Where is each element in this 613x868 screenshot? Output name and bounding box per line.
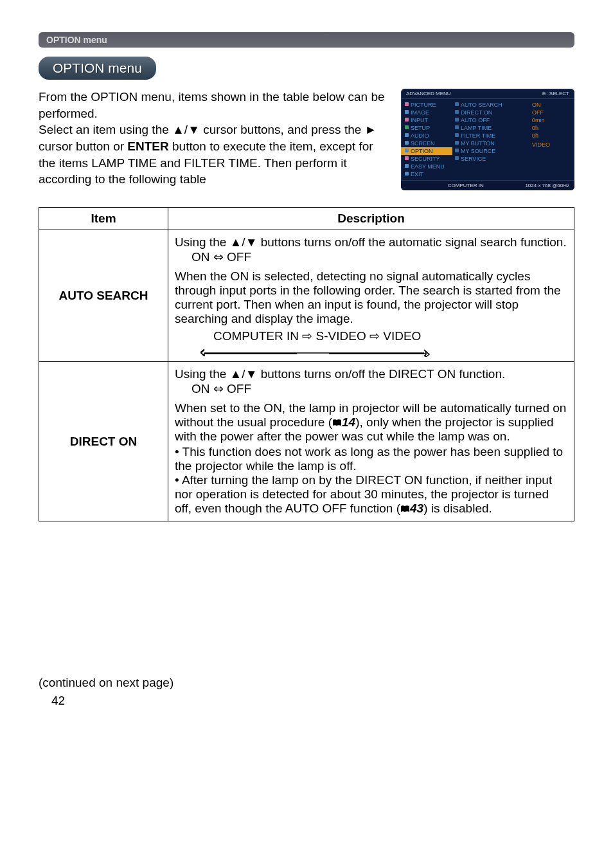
osd-mid-item: AUTO OFF xyxy=(452,116,529,124)
osd-left-item: INPUT xyxy=(401,116,452,124)
page-ref: 14 xyxy=(342,415,355,429)
osd-bottom-mid: COMPUTER IN xyxy=(448,183,484,188)
osd-right-val: 0min xyxy=(529,116,574,124)
osd-right-val: OFF xyxy=(529,109,574,116)
row-item-direct-on: DIRECT ON xyxy=(39,362,168,521)
osd-right-val: 0h xyxy=(529,132,574,140)
osd-left-item: SETUP xyxy=(401,124,452,132)
desc-toggle: ON ⇔ OFF xyxy=(191,381,567,396)
book-icon xyxy=(400,502,410,510)
osd-mid-item: FILTER TIME xyxy=(452,132,529,140)
osd-right-val: 0h xyxy=(529,124,574,132)
section-banner: OPTION menu xyxy=(39,32,574,48)
osd-left-item: SECURITY xyxy=(401,155,452,163)
osd-left-item-selected: OPTION xyxy=(401,147,452,155)
table-row: DIRECT ON Using the ▲/▼ buttons turns on… xyxy=(39,362,574,521)
desc-line: • After turning the lamp on by the DIREC… xyxy=(175,473,567,516)
osd-left-item: PICTURE xyxy=(401,101,452,109)
osd-mid-item: AUTO SEARCH xyxy=(452,101,529,109)
osd-right-val: ON xyxy=(529,101,574,109)
osd-mid-item: DIRECT ON xyxy=(452,109,529,116)
page-title: OPTION menu xyxy=(39,57,156,80)
page-number: 42 xyxy=(51,694,574,708)
osd-mid-item: SERVICE xyxy=(452,155,529,163)
osd-left-item: EXIT xyxy=(401,170,452,178)
cycle-arrow-icon xyxy=(200,346,567,356)
desc-text: ) is disabled. xyxy=(423,502,492,515)
page-ref: 43 xyxy=(410,502,423,515)
continued-note: (continued on next page) xyxy=(39,676,574,690)
book-icon xyxy=(332,416,342,424)
osd-screenshot: ADVANCED MENU ⊕: SELECT PICTURE IMAGE IN… xyxy=(401,89,574,190)
desc-line: Using the ▲/▼ buttons turns on/off the D… xyxy=(175,367,567,381)
row-desc-auto-search: Using the ▲/▼ buttons turns on/off the a… xyxy=(168,230,574,362)
osd-mid-item: LAMP TIME xyxy=(452,124,529,132)
osd-advanced-menu: ADVANCED MENU xyxy=(406,91,451,96)
osd-bottom-right: 1024 x 768 @60Hz xyxy=(525,183,569,188)
desc-toggle: ON ⇔ OFF xyxy=(191,249,567,264)
col-header-item: Item xyxy=(39,208,168,230)
osd-mid-item: MY BUTTON xyxy=(452,140,529,147)
osd-left-item: EASY MENU xyxy=(401,163,452,170)
osd-left-item: SCREEN xyxy=(401,140,452,147)
options-table: Item Description AUTO SEARCH Using the ▲… xyxy=(39,207,574,521)
row-item-auto-search: AUTO SEARCH xyxy=(39,230,168,362)
table-row: AUTO SEARCH Using the ▲/▼ buttons turns … xyxy=(39,230,574,362)
cycle-order: COMPUTER IN ⇨ S-VIDEO ⇨ VIDEO xyxy=(213,329,567,343)
desc-text: • After turning the lamp on by the DIREC… xyxy=(175,473,552,515)
row-desc-direct-on: Using the ▲/▼ buttons turns on/off the D… xyxy=(168,362,574,521)
desc-line: When set to the ON, the lamp in projecto… xyxy=(175,401,567,444)
osd-right-val xyxy=(529,149,574,150)
osd-left-item: AUDIO xyxy=(401,132,452,140)
intro-paragraph: From the OPTION menu, items shown in the… xyxy=(39,89,391,188)
desc-line: • This function does not work as long as… xyxy=(175,445,567,473)
osd-mid-item: MY SOURCE xyxy=(452,147,529,155)
osd-select-hint: ⊕: SELECT xyxy=(542,91,569,96)
osd-right-val: VIDEO xyxy=(529,141,574,149)
desc-line: Using the ▲/▼ buttons turns on/off the a… xyxy=(175,235,567,249)
osd-left-item: IMAGE xyxy=(401,109,452,116)
desc-line: When the ON is selected, detecting no si… xyxy=(175,269,567,326)
col-header-description: Description xyxy=(168,208,574,230)
